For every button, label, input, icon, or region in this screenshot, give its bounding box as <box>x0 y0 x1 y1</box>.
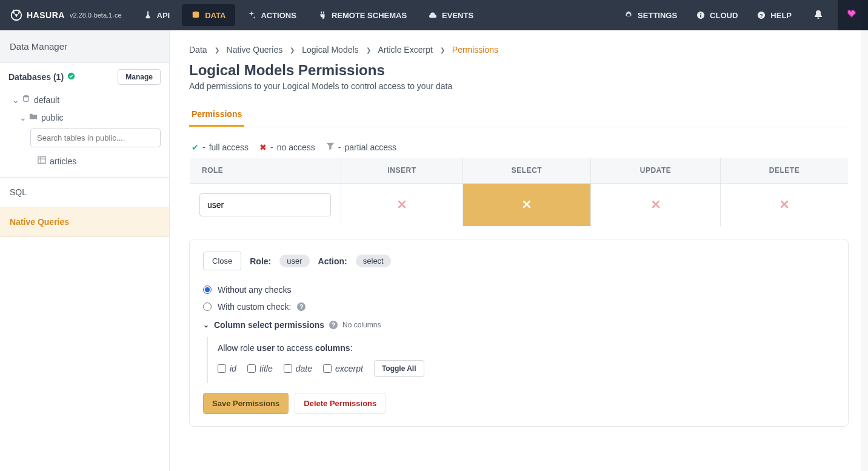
help-icon[interactable]: ? <box>297 302 305 311</box>
sparkle-icon <box>247 11 256 19</box>
bc-article-excerpt[interactable]: Article Excerpt <box>378 45 433 55</box>
radio-without-checks-label: Without any checks <box>218 285 291 295</box>
database-icon <box>192 11 200 19</box>
radio-with-custom-input[interactable] <box>203 302 212 311</box>
close-button[interactable]: Close <box>203 252 241 270</box>
column-permissions-toggle[interactable]: ⌄ Column select permissions ? No columns <box>203 315 835 335</box>
nav-actions[interactable]: ACTIONS <box>238 0 306 30</box>
chevron-down-icon: ⌄ <box>19 113 25 122</box>
chevron-down-icon: ⌄ <box>203 321 209 329</box>
legend-partial: partial access <box>344 142 396 152</box>
radio-with-custom-label: With custom check: <box>218 302 291 312</box>
role-cell <box>190 184 341 227</box>
hasura-logo-icon <box>10 8 23 22</box>
search-tables-input[interactable] <box>30 129 161 147</box>
role-input[interactable] <box>199 193 331 216</box>
sidebar-sql-link[interactable]: SQL <box>0 177 169 207</box>
question-icon: ? <box>757 11 766 19</box>
tab-permissions[interactable]: Permissions <box>189 103 244 127</box>
col-check-id[interactable]: id <box>218 364 236 373</box>
table-icon <box>38 156 46 166</box>
nav-remote-label: REMOTE SCHEMAS <box>332 11 407 20</box>
page-title: Logical Models Permissions <box>189 62 849 79</box>
toggle-all-button[interactable]: Toggle All <box>374 360 424 377</box>
top-nav: HASURA v2.28.0-beta.1-ce API DATA ACTION… <box>0 0 868 30</box>
notifications-button[interactable] <box>801 10 835 21</box>
bc-logical-models[interactable]: Logical Models <box>302 45 358 55</box>
nav-events[interactable]: EVENTS <box>419 0 483 30</box>
nav-cloud[interactable]: CLOUD <box>687 0 747 30</box>
legend-full: full access <box>209 142 249 152</box>
cloud-icon <box>429 11 437 19</box>
table-tree-item[interactable]: articles <box>8 152 161 170</box>
bc-permissions: Permissions <box>452 45 498 55</box>
perm-select-cell[interactable] <box>463 184 591 227</box>
heart-icon <box>847 9 859 22</box>
database-small-icon <box>22 95 30 105</box>
perm-delete-cell[interactable] <box>721 184 849 227</box>
col-check-date[interactable]: date <box>284 364 312 373</box>
nav-items-left: API DATA ACTIONS REMOTE SCHEMAS EVENTS <box>134 0 484 30</box>
db-tree-item[interactable]: ⌄ default <box>8 91 161 109</box>
scrollbar[interactable] <box>861 0 868 471</box>
chevron-right-icon: ❯ <box>215 47 219 53</box>
radio-without-checks[interactable]: Without any checks <box>203 281 835 298</box>
info-icon <box>696 11 705 19</box>
breadcrumb: Data ❯ Native Queries ❯ Logical Models ❯… <box>189 45 849 55</box>
sidebar: Data Manager Databases (1) Manage ⌄ defa… <box>0 30 170 471</box>
db-name: default <box>34 95 59 105</box>
chevron-down-icon: ⌄ <box>12 95 18 105</box>
save-permissions-button[interactable]: Save Permissions <box>203 393 289 414</box>
permission-editor-panel: Close Role: user Action: select Without … <box>189 239 849 427</box>
th-insert: INSERT <box>341 158 463 184</box>
databases-row: Databases (1) Manage <box>0 63 169 89</box>
radio-with-custom[interactable]: With custom check: ? <box>203 298 835 315</box>
main-content: Data ❯ Native Queries ❯ Logical Models ❯… <box>170 30 868 471</box>
legend-no: no access <box>277 142 315 152</box>
bell-icon <box>813 12 823 21</box>
nav-data[interactable]: DATA <box>182 4 235 26</box>
nav-help[interactable]: ? HELP <box>747 0 801 30</box>
brand-logo[interactable]: HASURA <box>10 8 65 22</box>
gear-icon <box>624 11 633 19</box>
table-name: articles <box>50 156 76 166</box>
column-permissions-body: Allow role user to access columns: id ti… <box>207 337 835 383</box>
delete-permissions-button[interactable]: Delete Permissions <box>295 393 386 414</box>
nav-api[interactable]: API <box>134 0 180 30</box>
nav-settings[interactable]: SETTINGS <box>615 0 687 30</box>
nav-actions-label: ACTIONS <box>261 11 296 20</box>
nav-cloud-label: CLOUD <box>710 11 738 20</box>
svg-point-8 <box>24 95 29 98</box>
nav-remote[interactable]: REMOTE SCHEMAS <box>309 0 416 30</box>
check-icon: ✔ <box>192 142 199 152</box>
nav-items-right: SETTINGS CLOUD ? HELP <box>615 0 858 30</box>
sidebar-header: Data Manager <box>0 30 169 63</box>
nav-api-label: API <box>157 11 170 20</box>
nav-settings-label: SETTINGS <box>638 11 677 20</box>
bc-data[interactable]: Data <box>189 45 207 55</box>
action-pill: select <box>356 255 391 267</box>
permissions-table: ROLE INSERT SELECT UPDATE DELETE <box>189 157 849 227</box>
radio-without-checks-input[interactable] <box>203 286 212 294</box>
th-role: ROLE <box>190 158 341 184</box>
sidebar-native-queries-link[interactable]: Native Queries <box>0 207 169 237</box>
col-check-excerpt[interactable]: excerpt <box>323 364 363 373</box>
perm-update-cell[interactable] <box>590 184 720 227</box>
perm-insert-cell[interactable] <box>341 184 463 227</box>
col-check-title[interactable]: title <box>247 364 273 373</box>
bc-native-queries[interactable]: Native Queries <box>227 45 283 55</box>
tabs: Permissions <box>189 103 849 127</box>
action-label: Action: <box>318 256 347 266</box>
role-pill: user <box>279 255 309 267</box>
manage-button[interactable]: Manage <box>118 69 161 85</box>
nav-events-label: EVENTS <box>442 11 473 20</box>
column-permissions-label: Column select permissions <box>214 320 324 330</box>
th-select: SELECT <box>463 158 591 184</box>
help-icon[interactable]: ? <box>329 321 338 329</box>
brand-name: HASURA <box>27 10 65 20</box>
schema-name: public <box>41 113 64 122</box>
schema-tree-item[interactable]: ⌄ public <box>8 109 161 126</box>
svg-rect-3 <box>700 15 701 17</box>
legend: ✔-full access ✖-no access -partial acces… <box>189 142 849 152</box>
no-columns-note: No columns <box>342 321 381 329</box>
